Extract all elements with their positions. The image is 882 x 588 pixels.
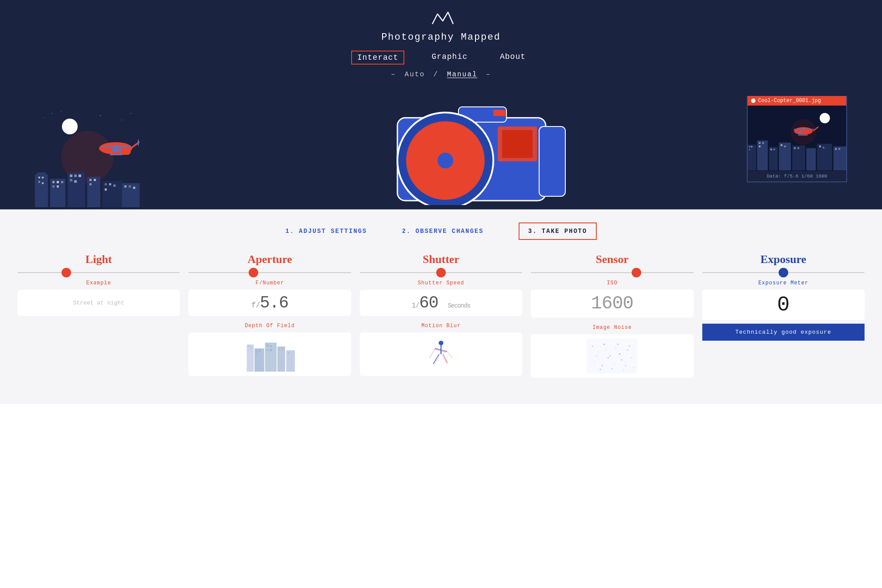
sensor-slider-track	[531, 272, 693, 273]
aperture-slider-track	[188, 272, 351, 273]
svg-rect-87	[838, 148, 840, 150]
light-value-box: Street at night	[17, 290, 180, 316]
exposure-slider-container[interactable]	[702, 272, 865, 273]
svg-rect-19	[35, 174, 48, 209]
svg-rect-80	[797, 147, 799, 149]
aperture-depth-thumb	[188, 332, 351, 376]
svg-point-15	[118, 147, 122, 152]
step-3[interactable]: 3. TAKE PHOTO	[519, 222, 597, 240]
svg-rect-97	[246, 345, 253, 372]
svg-rect-27	[57, 181, 59, 183]
svg-point-146	[623, 370, 624, 371]
svg-rect-78	[792, 146, 805, 171]
mode-auto[interactable]: Auto	[405, 71, 425, 79]
svg-point-136	[619, 353, 621, 355]
nav-bar: Interact Graphic About	[0, 51, 882, 65]
svg-rect-106	[270, 345, 272, 347]
svg-rect-40	[89, 183, 92, 185]
mode-manual[interactable]: Manual	[447, 71, 478, 79]
aperture-value: f/5.6	[251, 294, 288, 312]
svg-rect-69	[759, 142, 761, 144]
svg-rect-29	[52, 185, 55, 188]
good-exposure-button[interactable]: Technically good exposure	[702, 324, 865, 341]
svg-rect-85	[834, 147, 846, 171]
illustration-area: Cool-Copter_0001.jpg	[0, 87, 882, 209]
step-2[interactable]: 2. OBSERVE CHANGES	[402, 228, 483, 235]
svg-rect-84	[823, 147, 824, 149]
light-title: Light	[85, 253, 112, 266]
aperture-value-box: f/5.6	[188, 290, 351, 316]
svg-rect-64	[748, 145, 756, 171]
svg-rect-21	[38, 177, 40, 178]
svg-point-142	[629, 345, 630, 347]
shutter-slider-container[interactable]	[360, 272, 522, 273]
svg-point-2	[52, 113, 53, 114]
preview-filename: Cool-Copter_0001.jpg	[758, 98, 821, 104]
svg-line-118	[433, 354, 439, 364]
svg-rect-109	[277, 346, 285, 372]
svg-point-63	[820, 113, 830, 123]
mode-dash-before: –	[391, 71, 396, 79]
light-value: Street at night	[73, 300, 124, 306]
sensor-value: 1600	[591, 293, 633, 314]
shutter-control: Shutter Shutter Speed 1/60 Seconds Motio…	[360, 253, 522, 378]
svg-rect-82	[817, 144, 832, 171]
svg-point-132	[595, 361, 595, 362]
shutter-slider-thumb[interactable]	[436, 268, 446, 277]
nav-graphic[interactable]: Graphic	[426, 51, 473, 65]
svg-rect-39	[94, 179, 96, 181]
aperture-slider-container[interactable]	[188, 272, 351, 273]
svg-point-143	[633, 367, 634, 368]
svg-point-56	[438, 153, 453, 168]
svg-rect-37	[87, 177, 100, 209]
light-slider-thumb[interactable]	[62, 268, 71, 277]
svg-rect-45	[105, 188, 107, 191]
svg-rect-98	[248, 345, 250, 347]
svg-point-131	[627, 349, 629, 351]
exposure-control: Exposure Exposure Meter 0 Technically go…	[702, 253, 865, 378]
svg-point-129	[615, 348, 616, 349]
exposure-slider-thumb[interactable]	[779, 268, 788, 277]
svg-rect-110	[278, 349, 280, 350]
svg-point-115	[439, 341, 444, 345]
svg-rect-68	[757, 140, 768, 171]
nav-interact[interactable]: Interact	[351, 51, 404, 65]
svg-rect-47	[124, 185, 126, 188]
svg-rect-50	[35, 207, 140, 209]
svg-rect-31	[68, 172, 85, 209]
logo-icon	[0, 9, 882, 28]
svg-line-121	[442, 355, 447, 364]
sensor-slider-container[interactable]	[531, 272, 693, 273]
svg-line-122	[429, 348, 436, 358]
top-section: Photography Mapped Interact Graphic Abou…	[0, 0, 882, 209]
light-slider-container[interactable]	[17, 272, 180, 273]
sensor-title: Sensor	[596, 253, 629, 266]
step-1[interactable]: 1. ADJUST SETTINGS	[285, 228, 367, 235]
svg-rect-113	[287, 352, 289, 354]
aperture-slider-thumb[interactable]	[249, 268, 258, 277]
controls-grid: Light Example Street at night Aperture F…	[17, 253, 865, 378]
svg-point-144	[600, 369, 602, 370]
exposure-slider-track	[702, 272, 865, 273]
svg-line-120	[434, 355, 440, 365]
svg-rect-30	[57, 185, 59, 188]
preview-title-bar: Cool-Copter_0001.jpg	[748, 96, 846, 106]
sensor-slider-thumb[interactable]	[632, 268, 641, 277]
svg-rect-77	[784, 146, 786, 147]
svg-rect-67	[749, 149, 750, 150]
svg-point-125	[592, 345, 594, 347]
svg-rect-33	[74, 174, 77, 177]
site-title: Photography Mapped	[0, 32, 882, 43]
sensor-value-box: 1600	[531, 290, 693, 318]
nav-about[interactable]: About	[495, 51, 531, 65]
svg-rect-103	[256, 353, 257, 355]
svg-point-61	[506, 134, 507, 136]
svg-point-128	[610, 356, 611, 357]
svg-rect-28	[61, 181, 63, 183]
mode-dash-after: –	[486, 71, 491, 79]
svg-rect-44	[113, 185, 116, 187]
shutter-secondary-label: Motion Blur	[421, 323, 461, 329]
svg-line-119	[443, 354, 448, 363]
svg-rect-20	[37, 172, 46, 177]
svg-rect-71	[759, 146, 761, 147]
